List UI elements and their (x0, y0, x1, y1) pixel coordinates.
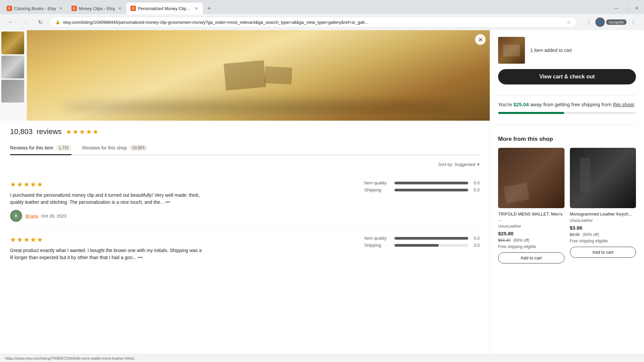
r1-star-1: ★ (10, 180, 16, 188)
r2-star-3: ★ (23, 236, 30, 244)
tab-reviews-shop[interactable]: Reviews for this shop 10,803 (82, 141, 147, 155)
window-controls: — ⬜ ✕ (612, 3, 641, 13)
reload-button[interactable]: ↻ (35, 17, 46, 27)
metric-shipping-2: Shipping 3.0 (364, 243, 480, 248)
thumbnail-1[interactable] (1, 32, 24, 54)
r1-star-3: ★ (23, 180, 30, 188)
keychain-detail (580, 158, 590, 191)
close-window-button[interactable]: ✕ (632, 3, 641, 13)
review-2-text: Great product exactly what I wanted. I b… (10, 247, 205, 261)
cart-item-row: 1 item added to cart (498, 37, 636, 64)
shop-link[interactable]: this shop! (613, 102, 635, 107)
minimize-button[interactable]: — (612, 3, 621, 13)
cart-img-inner (503, 45, 520, 56)
r1-star-2: ★ (17, 180, 23, 188)
shipping-suffix: away from getting free shipping from (529, 102, 613, 107)
tab-label-3: Personalized Money Clip Groom... (138, 6, 192, 11)
reviews-header: 10,803 reviews ★ ★ ★ ★ ★ (10, 127, 480, 136)
image-close-button[interactable]: ✕ (475, 34, 486, 45)
forward-button[interactable]: → (20, 17, 31, 27)
cart-item-image (498, 37, 525, 64)
star-bookmark-icon[interactable]: ☆ (567, 20, 571, 25)
review-2-stars: ★ ★ ★ ★ ★ (10, 236, 364, 244)
tab-money-clips[interactable]: E Money Clips - Etsy ✕ (67, 3, 126, 14)
review-item-2: ★ ★ ★ ★ ★ Great product exactly what I w… (10, 229, 480, 272)
sort-chevron-icon: ▾ (477, 162, 480, 167)
r2-star-5: ★ (37, 236, 43, 244)
review-tabs: Reviews for this item 1,731 Reviews for … (10, 141, 480, 155)
tab-favicon-1: E (7, 6, 12, 11)
product-section: ✕ (0, 30, 490, 121)
tab-bar: E Coloring Books - Etsy ✕ E Money Clips … (0, 0, 644, 14)
shop-product-2-image[interactable] (570, 148, 636, 208)
tab-favicon-3: E (130, 6, 136, 11)
right-panel: 1 item added to cart View cart & check o… (490, 30, 644, 362)
thumbnail-2[interactable] (1, 56, 24, 78)
review-1-metrics: Item quality 5.0 Shipping 5.0 (364, 180, 480, 222)
shipping-progress-track (498, 112, 636, 114)
address-text: etsy.com/listing/1040988445/personalized… (63, 20, 564, 25)
metric-label-quality-1: Item quality (364, 180, 391, 185)
sort-label: Sort by: Suggested (438, 162, 475, 167)
metric-shipping-1: Shipping 5.0 (364, 187, 480, 192)
more-title: More from this shop (498, 136, 636, 142)
address-bar: ← → ↻ 🔒 etsy.com/listing/1040988445/pers… (0, 14, 644, 30)
lock-icon: 🔒 (55, 20, 60, 24)
r1-star-4: ★ (30, 180, 36, 188)
metric-bar-quality-2 (394, 237, 468, 240)
star-1: ★ (66, 128, 72, 136)
shop-shipping-1: Free shipping eligible (498, 244, 565, 249)
r1-star-5: ★ (37, 180, 43, 188)
img-shadow (60, 101, 456, 114)
status-bar: https://www.etsy.com/listing/705808720/t… (0, 354, 644, 362)
img-decor-1 (224, 60, 266, 90)
metric-score-quality-1: 5.0 (472, 180, 480, 185)
view-cart-button[interactable]: View cart & check out (498, 69, 636, 84)
add-to-cart-1-button[interactable]: Add to cart (498, 252, 565, 263)
cart-added-text: 1 item added to cart (530, 48, 572, 53)
metric-bar-fill-shipping-1 (394, 189, 468, 191)
metric-label-shipping-1: Shipping (364, 187, 391, 192)
tab-shop-label: Reviews for this shop (82, 145, 127, 150)
metric-bar-shipping-1 (394, 189, 468, 191)
sort-button[interactable]: Sort by: Suggested ▾ (438, 162, 480, 167)
left-panel: ✕ 10,803 reviews ★ ★ ★ ★ ★ Reviews for t… (0, 30, 490, 362)
reviewer-1-name[interactable]: Briana (25, 214, 38, 219)
profile-button[interactable]: 👤 (595, 17, 605, 27)
review-1-meta: B Briana Oct 26, 2023 (10, 210, 364, 222)
review-item-1: ★ ★ ★ ★ ★ I purchased the personalized m… (10, 174, 480, 229)
metric-item-quality-2: Item quality 5.0 (364, 236, 480, 241)
review-1-more[interactable]: ••• (165, 199, 170, 205)
metric-score-quality-2: 5.0 (472, 236, 480, 241)
thumbnail-3[interactable] (1, 80, 24, 103)
review-1-date: Oct 26, 2023 (42, 214, 66, 219)
shop-products-grid: TRIFOLD MENS WALLET, Men's ... UnusLeath… (498, 148, 636, 264)
add-to-cart-2-button[interactable]: Add to cart (570, 247, 636, 258)
overall-stars: ★ ★ ★ ★ ★ (66, 128, 99, 136)
restore-button[interactable]: ⬜ (622, 3, 631, 13)
tab-label-2: Money Clips - Etsy (79, 6, 115, 11)
review-2-more[interactable]: ••• (138, 255, 143, 260)
shop-product-1: TRIFOLD MENS WALLET, Men's ... UnusLeath… (498, 148, 565, 264)
back-button[interactable]: ← (5, 17, 16, 27)
tab-personalized[interactable]: E Personalized Money Clip Groom... ✕ (126, 3, 203, 14)
metric-label-shipping-2: Shipping (364, 243, 391, 248)
shipping-section: You're $25.04 away from getting free shi… (490, 101, 644, 119)
tab-close-3[interactable]: ✕ (194, 6, 199, 11)
metric-bar-fill-quality-1 (394, 182, 468, 184)
shop-name-1: UnusLeather (498, 224, 565, 229)
tab-close-1[interactable]: ✕ (58, 6, 63, 11)
address-field[interactable]: 🔒 etsy.com/listing/1040988445/personaliz… (50, 17, 577, 27)
tab-coloring-books[interactable]: E Coloring Books - Etsy ✕ (3, 3, 67, 14)
new-tab-button[interactable]: + (204, 4, 214, 13)
metric-score-shipping-2: 3.0 (472, 243, 480, 248)
shop-original-2: $9.90 (570, 232, 580, 237)
tab-reviews-item[interactable]: Reviews for this item 1,731 (10, 141, 71, 155)
tab-close-2[interactable]: ✕ (117, 6, 122, 11)
extensions-button[interactable]: ⋮ (583, 17, 594, 27)
reviewer-1-avatar: B (10, 210, 22, 222)
r2-star-4: ★ (30, 236, 36, 244)
shop-name-2: UnusLeather (570, 218, 636, 223)
shop-product-1-image[interactable] (498, 148, 565, 208)
menu-button[interactable]: ⋮ (628, 17, 639, 27)
